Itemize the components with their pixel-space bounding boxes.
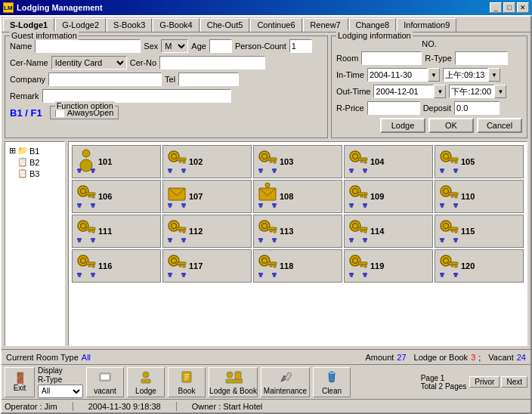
lodge-toolbar-button[interactable]: Lodge xyxy=(127,367,165,397)
maintenance-label: Maintenance xyxy=(264,387,307,395)
top-section: Guest information Name Sex M F Age Perso… xyxy=(5,36,527,138)
next-button[interactable]: Next xyxy=(501,376,527,388)
outtime-date-btn[interactable]: ▼ xyxy=(434,85,446,98)
outtime-date-input[interactable] xyxy=(373,85,434,98)
cancel-button[interactable]: Cancel xyxy=(477,118,522,133)
tab-glodge2[interactable]: G-Lodge2 xyxy=(55,18,106,32)
tree-label-b3: B3 xyxy=(29,169,39,178)
room-cell-109[interactable]: 109 xyxy=(344,180,433,213)
room-input[interactable] xyxy=(361,51,422,65)
minimize-button[interactable]: _ xyxy=(490,2,502,13)
person-count-input[interactable] xyxy=(289,39,312,53)
display-rtype-select[interactable]: All xyxy=(38,385,83,398)
tab-renew7[interactable]: Renew7 xyxy=(303,18,348,32)
company-input[interactable] xyxy=(48,73,162,86)
tel-input[interactable] xyxy=(178,73,239,86)
tree-item-b3[interactable]: 📋 B3 xyxy=(8,168,61,179)
room-cell-120[interactable]: 120 xyxy=(435,249,524,283)
room-cell-111[interactable]: 111 xyxy=(72,215,161,248)
tab-gbook4[interactable]: G-Book4 xyxy=(153,18,199,32)
tab-cheout5[interactable]: Che-Out5 xyxy=(200,18,250,32)
amount-segment: Amount 27 xyxy=(365,353,406,362)
svg-rect-84 xyxy=(88,230,91,232)
svg-point-113 xyxy=(350,239,353,243)
sex-select[interactable]: M F xyxy=(161,39,188,53)
intime-date-input[interactable] xyxy=(367,68,428,82)
svg-point-167 xyxy=(441,274,444,277)
svg-point-68 xyxy=(350,205,353,208)
room-number-109: 109 xyxy=(370,192,384,201)
clean-icon xyxy=(324,369,339,386)
cerno-input[interactable] xyxy=(159,56,265,70)
maintenance-button[interactable]: Maintenance xyxy=(261,367,310,397)
room-cell-118[interactable]: 118 xyxy=(253,249,342,283)
room-cell-115[interactable]: 115 xyxy=(435,215,524,248)
room-cell-105[interactable]: 105 xyxy=(435,145,524,178)
lodging-no: NO. xyxy=(336,39,522,48)
svg-rect-83 xyxy=(92,230,94,233)
intime-time-btn[interactable]: ▼ xyxy=(488,68,500,82)
room-number-115: 115 xyxy=(461,227,475,236)
name-input[interactable] xyxy=(35,39,141,53)
app-icon: LM xyxy=(3,2,14,13)
book-button[interactable]: Book xyxy=(168,367,206,397)
privor-button[interactable]: Privor xyxy=(469,376,500,388)
tab-continue6[interactable]: Continue6 xyxy=(250,18,302,32)
close-button[interactable]: ✕ xyxy=(517,2,529,13)
vacant-button[interactable]: vacant xyxy=(86,367,124,397)
intime-time-input[interactable] xyxy=(443,68,488,82)
maximize-button[interactable]: □ xyxy=(503,2,515,13)
exit-button[interactable]: 🚪 Exit xyxy=(5,367,35,397)
cername-label: Cer-Name xyxy=(10,58,48,67)
svg-rect-37 xyxy=(451,160,453,162)
svg-point-5 xyxy=(91,170,94,173)
room-cell-107[interactable]: 107 xyxy=(162,180,252,213)
lodge-label: Lodge xyxy=(135,387,156,395)
age-input[interactable] xyxy=(209,39,232,53)
tree-item-b2[interactable]: 📋 B2 xyxy=(8,156,61,168)
svg-point-32 xyxy=(363,170,367,173)
svg-rect-75 xyxy=(451,195,453,197)
room-cell-112[interactable]: 112 xyxy=(162,215,252,248)
outtime-time-input[interactable] xyxy=(449,85,494,98)
tree-item-b1[interactable]: ⊞ 📁 B1 xyxy=(8,145,61,156)
rtype-input[interactable] xyxy=(455,51,508,65)
svg-rect-66 xyxy=(360,195,363,197)
room-cell-116[interactable]: 116 xyxy=(72,249,161,283)
room-cell-113[interactable]: 113 xyxy=(253,215,342,248)
intime-date-btn[interactable]: ▼ xyxy=(428,68,440,82)
room-cell-119[interactable]: 119 xyxy=(344,249,433,283)
room-cell-106[interactable]: 106 xyxy=(72,180,161,213)
expand-icon-b1[interactable]: ⊞ xyxy=(8,146,16,156)
room-cell-102[interactable]: 102 xyxy=(162,145,252,178)
tab-info9[interactable]: Information9 xyxy=(397,18,456,32)
lodge-book-icon xyxy=(224,369,243,386)
room-number-103: 103 xyxy=(280,157,293,166)
operator-divider1 xyxy=(73,402,73,411)
cername-select[interactable]: Identity Card xyxy=(51,56,127,70)
title-bar: LM Lodging Management _ □ ✕ xyxy=(0,0,532,15)
tab-change8[interactable]: Change8 xyxy=(349,18,397,32)
ok-button[interactable]: OK xyxy=(428,118,474,133)
clean-button[interactable]: Clean xyxy=(313,367,351,397)
room-number-104: 104 xyxy=(370,157,384,166)
room-cell-114[interactable]: 114 xyxy=(344,215,433,248)
room-cell-101[interactable]: 101 xyxy=(72,145,161,178)
svg-rect-111 xyxy=(360,230,363,232)
lodge-button[interactable]: Lodge xyxy=(380,118,425,133)
rprice-input[interactable] xyxy=(367,101,420,115)
lodge-book-button[interactable]: Lodge & Book xyxy=(209,367,258,397)
deposit-input[interactable] xyxy=(454,101,500,115)
outtime-time-btn[interactable]: ▼ xyxy=(494,85,506,98)
room-cell-104[interactable]: 104 xyxy=(344,145,433,178)
svg-point-97 xyxy=(182,239,185,243)
room-cell-117[interactable]: 117 xyxy=(162,249,252,283)
room-cell-110[interactable]: 110 xyxy=(435,180,524,213)
guest-info-title: Guest information xyxy=(10,31,79,40)
lodging-buttons: Lodge OK Cancel xyxy=(336,118,522,133)
room-cell-108[interactable]: 108 xyxy=(253,180,342,213)
tab-sbook3[interactable]: S-Book3 xyxy=(107,18,152,32)
room-cell-103[interactable]: 103 xyxy=(253,145,342,178)
svg-point-104 xyxy=(259,239,262,243)
tab-slodge1[interactable]: S-Lodge1 xyxy=(3,18,54,32)
